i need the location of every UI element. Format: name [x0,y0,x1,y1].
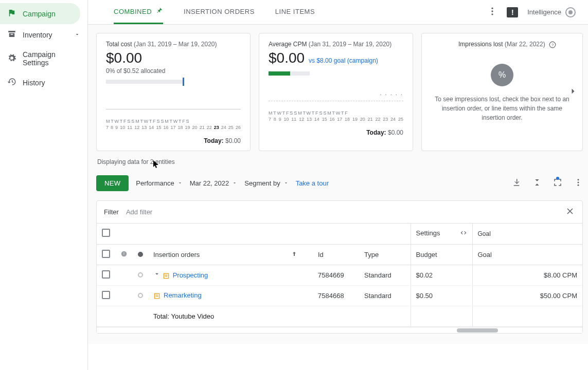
today-value: $0.00 [386,129,403,136]
table-toolbar: NEW Performance Mar 22, 2022 Segment by … [96,171,583,195]
header-settings[interactable]: Settings [416,229,440,237]
data-table: Filter Add filter Settings Goal [96,200,583,334]
cell-goal: $50.00 CPM [472,285,582,306]
card-allocation: 0% of $0.52 allocated [106,67,241,75]
sidebar: Campaign Inventory Campaign Settings His… [0,0,87,370]
chevron-down-icon [74,31,80,39]
today-value: $0.00 [224,137,241,144]
cell-goal: $8.00 CPM [472,265,582,285]
svg-text:!: ! [123,252,124,255]
sidebar-item-label: Campaign Settings [23,50,80,67]
expand-all-icon[interactable] [532,178,542,189]
segment-dropdown[interactable]: Segment by [244,179,288,187]
header-type[interactable]: Type [359,244,411,265]
more-vert-icon[interactable] [487,6,497,18]
inventory-icon [7,29,16,40]
chart-day-labels: M T W T F S S M T W T F S S M T W T F [269,110,403,116]
card-title: Average CPM [269,41,307,48]
sidebar-item-history[interactable]: History [0,72,87,93]
header-io[interactable]: Insertion orders [153,251,200,258]
download-icon[interactable] [512,178,521,189]
date-dropdown[interactable]: Mar 22, 2022 [190,179,238,187]
cell-type: Standard [359,285,411,306]
card-goal: vs $8.00 goal (campaign) [309,57,378,64]
dropdown-label: Mar 22, 2022 [190,179,229,187]
header-id[interactable]: Id [313,244,359,265]
intelligence-label: Intelligence [527,8,561,16]
status-dot-icon [138,252,143,257]
svg-point-7 [578,184,579,186]
card-title: Total cost [106,41,132,48]
header-goal[interactable]: Goal [472,224,582,244]
notification-dot-icon [556,177,559,180]
entity-count: Displaying data for 2 entities [97,158,583,165]
dropdown-label: Performance [136,179,174,187]
io-link[interactable]: Remarketing [164,291,202,299]
chevron-down-icon[interactable] [153,271,161,279]
checkbox-all-sub[interactable] [102,250,110,258]
io-link[interactable]: Prospecting [173,271,208,279]
svg-point-6 [578,181,579,183]
svg-text:?: ? [551,43,554,47]
tab-line-items[interactable]: LINE ITEMS [275,0,315,24]
sidebar-item-label: Inventory [23,31,52,39]
horizontal-scrollbar[interactable] [97,327,582,333]
new-button[interactable]: NEW [96,175,129,191]
card-help-text: To see impressions lost, check the box n… [427,95,577,122]
chevron-right-icon[interactable] [568,86,578,98]
total-row: Total: Youtube Video [97,306,582,326]
help-icon[interactable]: ? [549,41,556,48]
sidebar-item-inventory[interactable]: Inventory [0,24,87,45]
percent-placeholder-icon: % [491,64,513,86]
gear-icon [7,53,16,64]
close-icon[interactable] [565,206,575,218]
history-icon [7,77,16,88]
cell-type: Standard [359,265,411,285]
sidebar-item-settings[interactable]: Campaign Settings [0,45,87,72]
tab-label: LINE ITEMS [275,8,315,15]
chart-num-labels: 7891011121314151617181920212223242526 [106,125,241,130]
svg-point-5 [578,179,579,180]
sidebar-item-campaign[interactable]: Campaign [0,3,80,24]
card-title: Impressions lost [458,41,503,48]
checkbox-all[interactable] [102,229,110,237]
card-impressions-lost: Impressions lost (Mar 22, 2022) ? % To s… [421,33,583,151]
warning-icon: ! [120,251,128,259]
allocation-bar [106,80,183,84]
intelligence-button[interactable]: Intelligence [527,7,576,17]
status-dot-icon [138,293,143,298]
take-tour-link[interactable]: Take a tour [296,179,329,187]
svg-point-0 [492,8,493,9]
feedback-icon[interactable]: ! [507,7,518,17]
add-filter-input[interactable]: Add filter [126,208,152,216]
card-value: $0.00 [106,50,241,66]
chart-day-labels: M T W T F S S M T W T F S S M T W T F S [106,119,241,124]
more-vert-icon[interactable] [574,178,583,189]
sidebar-item-label: Campaign [23,10,56,18]
tab-combined[interactable]: COMBINED [114,0,163,24]
cell-id: 7584668 [313,285,359,306]
card-average-cpm: Average CPM (Jan 31, 2019 – Mar 19, 2020… [259,33,413,151]
filter-bar: Filter Add filter [97,201,582,224]
performance-dropdown[interactable]: Performance [136,179,182,187]
header-subgoal[interactable]: Goal [472,244,582,265]
checkbox[interactable] [102,270,110,279]
io-icon [163,272,170,280]
card-value: $0.00 [269,50,305,66]
chart-num-labels: 78910111213141516171819202122232425 [269,117,403,122]
intelligence-icon [565,7,576,17]
cell-id: 7584669 [313,265,359,285]
cell-budget: $0.02 [411,265,472,285]
filter-label: Filter [104,208,119,216]
arrow-up-icon[interactable] [291,251,297,258]
card-date: (Jan 31, 2019 – Mar 19, 2020) [309,41,391,48]
today-label: Today: [366,129,386,136]
pin-icon[interactable] [156,7,163,16]
tab-label: INSERTION ORDERS [184,8,255,15]
checkbox[interactable] [102,291,110,299]
tab-insertion-orders[interactable]: INSERTION ORDERS [184,0,255,24]
code-icon[interactable] [460,229,467,238]
dropdown-label: Segment by [244,179,280,187]
header-budget[interactable]: Budget [411,244,472,265]
card-total-cost: Total cost (Jan 31, 2019 – Mar 19, 2020)… [96,33,251,151]
